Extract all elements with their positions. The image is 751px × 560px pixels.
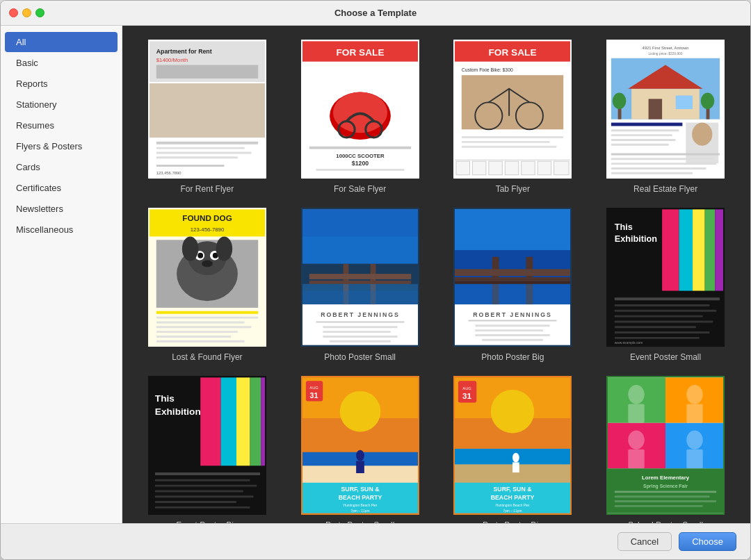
svg-rect-42	[554, 161, 569, 175]
svg-rect-147	[155, 485, 257, 487]
template-thumb: ROBERT JENNINGS	[453, 208, 572, 347]
svg-rect-61	[611, 144, 669, 146]
svg-rect-66	[611, 172, 693, 174]
template-thumb: Apartment for Rent $1400/Month 123,456.7…	[148, 40, 266, 179]
template-item[interactable]: This Exhibition Event Poster Big	[136, 376, 278, 523]
svg-text:1000CC SCOOTER: 1000CC SCOOTER	[336, 153, 385, 159]
svg-point-78	[202, 261, 213, 267]
template-item[interactable]: Apartment for Rent $1400/Month 123,456.7…	[136, 40, 278, 194]
svg-rect-41	[538, 161, 552, 175]
svg-rect-116	[476, 324, 550, 327]
template-item[interactable]: 4921 First Street, Amtown Listing price:…	[595, 40, 736, 194]
svg-rect-102	[323, 336, 397, 338]
svg-text:31: 31	[309, 391, 318, 400]
svg-text:Lorem Elementary: Lorem Elementary	[642, 475, 690, 481]
svg-rect-103	[330, 340, 391, 343]
template-label: For Rent Flyer	[181, 184, 234, 194]
template-item[interactable]: Lorem Elementary Spring Science Fair Sch…	[595, 376, 736, 523]
svg-rect-113	[455, 209, 570, 250]
template-item[interactable]: AUG 31 SURF, SUN & BEACH PARTY Huntingto…	[289, 376, 431, 523]
svg-text:FOR SALE: FOR SALE	[489, 47, 537, 58]
svg-rect-192	[686, 404, 702, 422]
svg-rect-34	[462, 146, 557, 148]
template-area[interactable]: Apartment for Rent $1400/Month 123,456.7…	[122, 26, 750, 523]
svg-rect-139	[220, 377, 236, 466]
svg-point-161	[356, 450, 364, 461]
sidebar-item-cards[interactable]: Cards	[5, 157, 118, 177]
maximize-button[interactable]	[35, 8, 45, 17]
svg-rect-135	[615, 337, 700, 339]
svg-rect-50	[676, 95, 693, 109]
template-item[interactable]: AUG 31 SURF, SUN & BEACH PARTY Huntingto…	[442, 376, 584, 523]
template-label: Tab Flyer	[496, 184, 530, 194]
svg-rect-146	[155, 479, 250, 481]
svg-text:7pm – 11pm: 7pm – 11pm	[350, 509, 369, 513]
template-item[interactable]: FOR SALE Custom Fixie Bike: $300	[442, 40, 584, 194]
svg-rect-5	[150, 83, 265, 138]
svg-text:AUG: AUG	[309, 386, 318, 390]
svg-rect-109	[455, 269, 570, 276]
svg-rect-148	[155, 490, 243, 492]
svg-point-54	[701, 93, 715, 109]
svg-rect-134	[615, 331, 710, 333]
template-item[interactable]: FOR SALE 1000CC SCOOTER $1200	[289, 40, 431, 194]
svg-rect-63	[611, 158, 713, 160]
svg-rect-145	[155, 472, 260, 475]
svg-rect-59	[611, 134, 672, 136]
sidebar-item-certificates[interactable]: Certificates	[5, 178, 118, 198]
close-button[interactable]	[9, 8, 18, 17]
svg-point-195	[686, 431, 702, 450]
svg-text:AUG: AUG	[463, 386, 472, 390]
svg-text:SURF, SUN &: SURF, SUN &	[341, 486, 380, 493]
svg-text:BEACH PARTY: BEACH PARTY	[338, 494, 382, 501]
svg-rect-23	[316, 169, 404, 171]
svg-rect-190	[628, 404, 644, 422]
template-item[interactable]: This Exhibition www.example.com	[595, 208, 736, 362]
sidebar-item-reports[interactable]: Reports	[5, 74, 118, 94]
svg-rect-140	[236, 377, 250, 466]
svg-text:Exhibition: Exhibition	[155, 406, 201, 417]
svg-rect-141	[250, 377, 261, 466]
svg-rect-57	[611, 123, 683, 126]
svg-rect-130	[615, 310, 716, 312]
svg-text:Huntington Beach Pier: Huntington Beach Pier	[343, 504, 377, 507]
template-item[interactable]: ROBERT JENNINGS Photo Poster Small	[289, 208, 431, 362]
svg-text:Huntington Beach Pier: Huntington Beach Pier	[496, 504, 530, 507]
template-item[interactable]: ROBERT JENNINGS Photo Poster Big	[442, 208, 584, 362]
svg-rect-81	[156, 311, 258, 314]
choose-button[interactable]: Choose	[679, 532, 736, 551]
sidebar-item-miscellaneous[interactable]: Miscellaneous	[5, 220, 118, 240]
svg-rect-200	[615, 491, 716, 493]
svg-rect-138	[200, 377, 220, 466]
svg-rect-9	[156, 156, 238, 158]
sidebar-item-newsletters[interactable]: Newsletters	[5, 199, 118, 219]
template-thumb: This Exhibition www.example.com	[606, 208, 725, 347]
svg-rect-110	[455, 277, 570, 281]
sidebar-item-resumes[interactable]: Resumes	[5, 115, 118, 135]
minimize-button[interactable]	[22, 8, 31, 17]
cancel-button[interactable]: Cancel	[617, 532, 672, 551]
svg-rect-95	[302, 291, 418, 305]
svg-rect-93	[309, 281, 410, 284]
svg-rect-115	[469, 320, 557, 322]
sidebar-item-basic[interactable]: Basic	[5, 53, 118, 73]
template-label: Real Estate Flyer	[633, 184, 697, 194]
template-thumb: AUG 31 SURF, SUN & BEACH PARTY Huntingto…	[301, 376, 419, 515]
svg-rect-97	[302, 236, 418, 263]
svg-text:4921 First Street, Amtown: 4921 First Street, Amtown	[643, 46, 689, 50]
svg-rect-40	[522, 161, 535, 175]
sidebar-item-all[interactable]: All	[5, 32, 118, 52]
svg-rect-118	[476, 334, 550, 336]
svg-rect-151	[155, 507, 250, 509]
svg-rect-36	[456, 161, 470, 175]
sidebar-item-stationery[interactable]: Stationery	[5, 94, 118, 115]
titlebar: Choose a Template	[1, 1, 750, 26]
svg-point-189	[628, 385, 644, 404]
sidebar-item-flyers-posters[interactable]: Flyers & Posters	[5, 136, 118, 156]
svg-text:7pm – 11pm: 7pm – 11pm	[503, 509, 522, 513]
svg-rect-112	[455, 284, 570, 304]
svg-rect-117	[476, 329, 544, 331]
svg-rect-87	[156, 340, 245, 343]
template-item[interactable]: FOUND DOG 123-456-7890	[136, 208, 278, 362]
svg-text:Apartment for Rent: Apartment for Rent	[156, 48, 212, 55]
